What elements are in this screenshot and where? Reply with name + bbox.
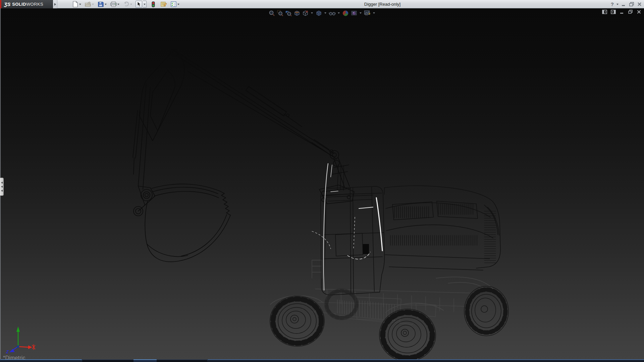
shaded-cube-icon <box>316 10 322 16</box>
scene-sphere-icon <box>351 10 357 16</box>
options-button[interactable] <box>170 1 177 8</box>
open-group <box>85 1 94 8</box>
note-with-hand-icon <box>160 1 167 7</box>
rebuild-button[interactable] <box>150 1 157 8</box>
logo-red-accent <box>0 0 1 8</box>
edit-appearance-button[interactable] <box>342 9 349 17</box>
zoom-to-area-button[interactable] <box>276 9 284 17</box>
cursor-arrow-icon <box>137 1 141 7</box>
print-button[interactable] <box>110 1 117 8</box>
restore-icon <box>628 10 633 14</box>
logo-text-works: WORKS <box>26 2 43 7</box>
hide-show-items-button[interactable] <box>328 9 336 17</box>
view-settings-dropdown-arrow[interactable] <box>373 12 375 14</box>
doc-minimize-button[interactable] <box>620 10 624 14</box>
digger-wireframe-model <box>0 8 644 359</box>
view-orientation-button[interactable] <box>302 9 309 17</box>
menu-flyout-arrow[interactable] <box>53 0 57 8</box>
help-button[interactable]: ? <box>611 1 614 7</box>
checklist-form-icon <box>171 1 176 7</box>
minimize-icon <box>620 10 624 14</box>
apply-scene-button[interactable] <box>350 9 358 17</box>
open-dropdown-arrow[interactable] <box>92 4 94 5</box>
help-dropdown-arrow[interactable] <box>616 4 619 5</box>
hide-show-items-dropdown-arrow[interactable] <box>338 12 340 14</box>
titlebar-controls: ? <box>611 0 642 8</box>
app-close-button[interactable] <box>637 2 642 7</box>
options-group <box>170 1 179 8</box>
magnifier-area-icon <box>277 10 283 16</box>
graphics-viewport[interactable]: Z *Dimetric <box>0 8 644 359</box>
section-view-button[interactable] <box>293 9 301 17</box>
collapse-left-pane-button[interactable] <box>602 10 607 14</box>
apply-scene-dropdown-arrow[interactable] <box>360 12 362 14</box>
doc-restore-button[interactable] <box>628 10 633 14</box>
print-group <box>110 1 119 8</box>
save-group <box>97 1 107 8</box>
select-button[interactable] <box>136 1 142 8</box>
logo-text-solid: SOLID <box>12 2 26 7</box>
undo-dropdown-arrow[interactable] <box>130 4 132 5</box>
eyeglasses-icon <box>329 10 336 16</box>
color-sphere-icon <box>342 10 349 16</box>
taskbar-segment[interactable] <box>157 359 207 362</box>
magnifier-arrow-icon <box>285 10 292 16</box>
view-orientation-dropdown-arrow[interactable] <box>311 12 313 14</box>
zoom-to-fit-button[interactable] <box>268 9 275 17</box>
folder-open-icon <box>85 1 91 7</box>
printer-icon <box>110 1 117 7</box>
previous-view-button[interactable] <box>285 9 292 17</box>
select-group <box>136 1 147 8</box>
heads-up-view-toolbar <box>268 9 376 17</box>
magnifier-icon <box>269 10 275 16</box>
display-style-dropdown-arrow[interactable] <box>324 12 326 14</box>
new-document-group <box>72 1 81 8</box>
app-restore-button[interactable] <box>629 2 634 7</box>
monitor-icon <box>364 10 371 16</box>
view-cube-icon <box>302 10 309 16</box>
pane-left-icon <box>602 10 607 14</box>
traffic-light-icon <box>152 1 155 7</box>
save-dropdown-arrow[interactable] <box>105 4 107 5</box>
expand-right-pane-button[interactable] <box>611 10 616 14</box>
file-properties-group <box>160 1 167 8</box>
save-button[interactable] <box>97 1 104 8</box>
undo-button[interactable] <box>123 1 129 8</box>
rebuild-group <box>150 1 157 8</box>
taskbar-segment[interactable] <box>82 359 133 362</box>
display-style-button[interactable] <box>315 9 322 17</box>
z-axis-label: Z <box>6 349 9 354</box>
x-axis-label-glyph <box>32 344 35 350</box>
select-dropdown-triangle <box>144 4 146 5</box>
window-title: Digger [Read-only] <box>364 0 400 8</box>
taskbar-active-task-segment[interactable] <box>133 359 157 362</box>
open-button[interactable] <box>85 1 91 8</box>
print-dropdown-arrow[interactable] <box>117 4 119 5</box>
close-icon <box>637 10 641 14</box>
app-minimize-button[interactable] <box>621 2 626 7</box>
splitter-arrow-icon <box>1 186 3 188</box>
select-dropdown-arrow[interactable] <box>143 1 147 8</box>
taskbar-tray-segment[interactable] <box>207 359 644 362</box>
new-dropdown-arrow[interactable] <box>79 4 81 5</box>
pane-right-icon <box>611 10 616 14</box>
file-properties-button[interactable] <box>160 1 167 8</box>
restore-icon <box>629 2 634 7</box>
view-settings-button[interactable] <box>364 9 371 17</box>
view-orientation-name: *Dimetric <box>3 355 25 359</box>
orientation-triad: Z <box>5 326 36 354</box>
doc-close-button[interactable] <box>637 10 641 14</box>
blank-page-icon <box>72 1 78 7</box>
undo-group <box>123 1 132 8</box>
solidworks-logo: ƷS SOLIDWORKS <box>0 0 53 8</box>
cut-box-icon <box>294 10 300 16</box>
taskbar-edge[interactable] <box>0 359 644 362</box>
taskbar-start-segment[interactable] <box>0 359 82 362</box>
new-document-button[interactable] <box>72 1 78 8</box>
feature-pane-splitter-handle[interactable] <box>0 178 4 196</box>
standard-toolbar <box>72 0 179 8</box>
close-icon <box>637 2 642 7</box>
options-dropdown-arrow[interactable] <box>177 4 179 5</box>
dassault-logo-glyph: ƷS <box>4 1 10 7</box>
minimize-icon <box>621 2 626 7</box>
